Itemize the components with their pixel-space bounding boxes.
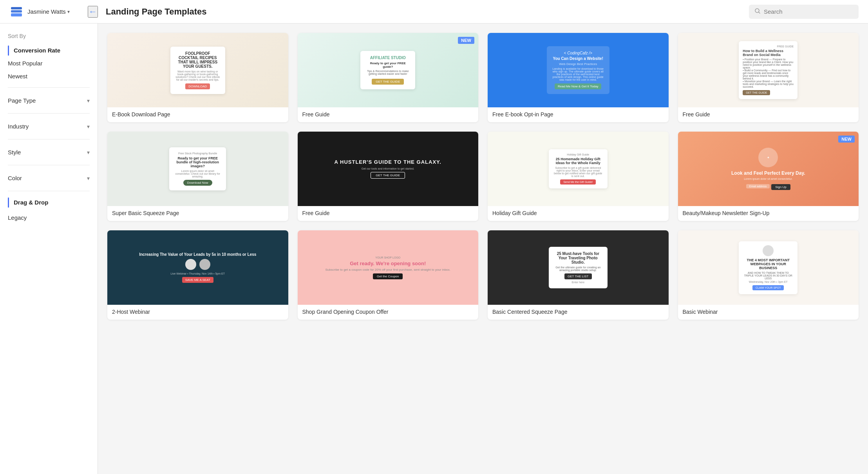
main-layout: Sort By Conversion Rate Most Popular New…	[0, 24, 868, 474]
template-name-2: Free Guide	[298, 107, 479, 122]
template-thumbnail-9: Increasing The Value of Your Leads by 5x…	[107, 230, 288, 305]
template-thumbnail-2: NEW AFFILIATE STUDIO Ready to get your F…	[298, 33, 479, 107]
divider-2	[8, 113, 90, 114]
template-thumbnail-6: A HUSTLER'S GUIDE TO THE GALAXY. Get our…	[298, 132, 479, 206]
divider-5	[8, 191, 90, 191]
sidebar-item-drag-drop[interactable]: Drag & Drop	[8, 196, 90, 209]
user-dropdown[interactable]: Jasmine Watts ▾	[27, 8, 70, 15]
template-thumbnail-8: NEW ✦ Look and Feel Perfect Every Day. L…	[678, 132, 859, 206]
chevron-page-type-icon: ▾	[87, 98, 90, 104]
sidebar-item-newest[interactable]: Newest	[8, 70, 90, 83]
sidebar: Sort By Conversion Rate Most Popular New…	[0, 24, 98, 474]
template-card-6[interactable]: A HUSTLER'S GUIDE TO THE GALAXY. Get our…	[298, 132, 479, 221]
svg-rect-2	[11, 7, 22, 9]
filter-page-type[interactable]: Page Type ▾	[8, 92, 90, 109]
chevron-color-icon: ▾	[87, 175, 90, 181]
filter-style[interactable]: Style ▾	[8, 144, 90, 160]
template-thumbnail-4: FREE GUIDE How to Build a Wellness Brand…	[678, 33, 859, 107]
svg-rect-0	[11, 13, 22, 16]
search-icon	[754, 8, 761, 16]
template-card-5[interactable]: Free Stock Photography Bundle Ready to g…	[107, 132, 288, 221]
new-badge-2: NEW	[458, 37, 474, 44]
chevron-down-icon: ▾	[67, 9, 70, 14]
template-card-9[interactable]: Increasing The Value of Your Leads by 5x…	[107, 230, 288, 320]
active-indicator	[8, 45, 9, 56]
svg-line-4	[759, 12, 760, 13]
template-thumbnail-11: 25 Must-have Tools for Your Traveling Ph…	[488, 230, 669, 305]
filter-industry-label: Industry	[8, 123, 29, 130]
app-header: Jasmine Watts ▾ ← Landing Page Templates	[0, 0, 868, 24]
sidebar-item-conversion-rate[interactable]: Conversion Rate	[8, 44, 90, 57]
sidebar-item-label-drag-drop: Drag & Drop	[14, 196, 48, 209]
template-thumbnail-3: < CodingCafz /> You Can Design a Website…	[488, 33, 669, 107]
new-badge-8: NEW	[838, 136, 855, 143]
filter-color-label: Color	[8, 175, 22, 181]
filter-industry[interactable]: Industry ▾	[8, 118, 90, 134]
filter-page-type-label: Page Type	[8, 97, 36, 104]
template-card-7[interactable]: Holiday Gift Guide 25 Homemade Holiday G…	[488, 132, 669, 221]
template-thumbnail-5: Free Stock Photography Bundle Ready to g…	[107, 132, 288, 206]
sort-by-section: Sort By Conversion Rate Most Popular New…	[8, 33, 90, 83]
search-box	[749, 5, 859, 19]
template-card-12[interactable]: THE 4 MOST IMPORTANT WEBPAGES IN YOUR BU…	[678, 230, 859, 320]
template-card-3[interactable]: < CodingCafz /> You Can Design a Website…	[488, 33, 669, 122]
template-name-4: Free Guide	[678, 107, 859, 122]
template-card-8[interactable]: NEW ✦ Look and Feel Perfect Every Day. L…	[678, 132, 859, 221]
template-name-12: Basic Webinar	[678, 305, 859, 320]
chevron-industry-icon: ▾	[87, 123, 90, 130]
template-name-3: Free E-book Opt-in Page	[488, 107, 669, 122]
template-card-11[interactable]: 25 Must-have Tools for Your Traveling Ph…	[488, 230, 669, 320]
template-name-6: Free Guide	[298, 206, 479, 221]
templates-grid: FOOLPROOF COCKTAIL RECIPES THAT WILL IMP…	[107, 33, 859, 320]
content-area: FOOLPROOF COCKTAIL RECIPES THAT WILL IMP…	[98, 24, 868, 474]
search-input[interactable]	[764, 8, 842, 15]
template-name-8: Beauty/Makeup Newsletter Sign-Up	[678, 206, 859, 221]
user-name: Jasmine Watts	[27, 8, 66, 15]
active-indicator-builder	[8, 197, 9, 208]
template-card-2[interactable]: NEW AFFILIATE STUDIO Ready to get your F…	[298, 33, 479, 122]
template-name-7: Holiday Gift Guide	[488, 206, 669, 221]
logo-area: Jasmine Watts ▾	[9, 5, 80, 19]
sidebar-item-most-popular[interactable]: Most Popular	[8, 57, 90, 70]
divider-4	[8, 165, 90, 165]
filter-color[interactable]: Color ▾	[8, 170, 90, 186]
template-thumbnail-12: THE 4 MOST IMPORTANT WEBPAGES IN YOUR BU…	[678, 230, 859, 305]
filter-style-label: Style	[8, 149, 21, 156]
template-card-10[interactable]: YOUR SHOP LOGO Get ready. We're opening …	[298, 230, 479, 320]
sort-by-label: Sort By	[8, 33, 90, 39]
divider-1	[8, 87, 90, 88]
template-card-4[interactable]: FREE GUIDE How to Build a Wellness Brand…	[678, 33, 859, 122]
divider-3	[8, 139, 90, 139]
page-title: Landing Page Templates	[106, 7, 749, 17]
template-name-9: 2-Host Webinar	[107, 305, 288, 320]
sidebar-item-label-conversion-rate: Conversion Rate	[14, 44, 60, 57]
template-thumbnail-10: YOUR SHOP LOGO Get ready. We're opening …	[298, 230, 479, 305]
template-name-10: Shop Grand Opening Coupon Offer	[298, 305, 479, 320]
template-card-1[interactable]: FOOLPROOF COCKTAIL RECIPES THAT WILL IMP…	[107, 33, 288, 122]
svg-rect-1	[11, 10, 22, 13]
sidebar-item-legacy[interactable]: Legacy	[8, 211, 90, 224]
template-name-1: E-Book Download Page	[107, 107, 288, 122]
template-thumbnail-1: FOOLPROOF COCKTAIL RECIPES THAT WILL IMP…	[107, 33, 288, 107]
app-logo-icon	[9, 5, 24, 19]
chevron-style-icon: ▾	[87, 149, 90, 156]
template-name-11: Basic Centered Squeeze Page	[488, 305, 669, 320]
template-name-5: Super Basic Squeeze Page	[107, 206, 288, 221]
template-thumbnail-7: Holiday Gift Guide 25 Homemade Holiday G…	[488, 132, 669, 206]
back-button[interactable]: ←	[88, 6, 98, 18]
